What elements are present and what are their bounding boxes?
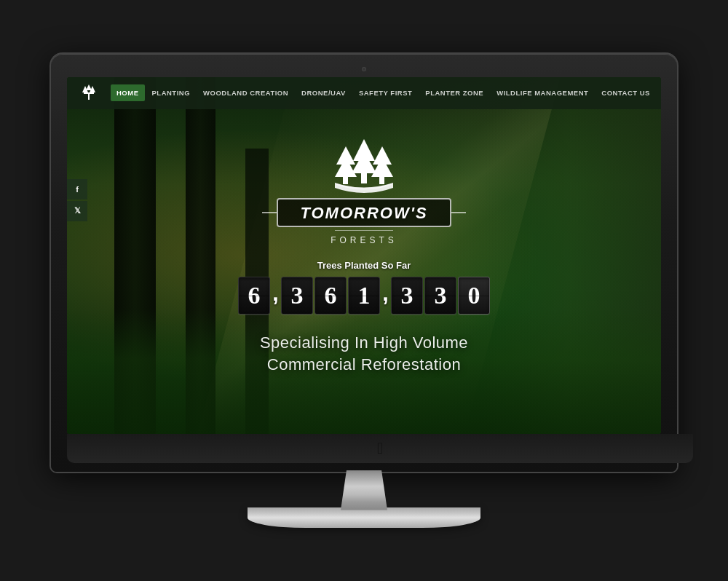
digit-3c: 3	[424, 277, 456, 315]
comma-2: ,	[382, 280, 389, 311]
digit-3b: 3	[391, 277, 423, 315]
monitor-chin: 	[67, 434, 693, 463]
nav-logo[interactable]	[79, 83, 99, 103]
sidebar-facebook-button[interactable]: f	[67, 179, 87, 199]
stand-base	[248, 507, 480, 528]
logo-trees-svg	[320, 135, 408, 194]
tagline: Specialising In High Volume Commercial R…	[260, 332, 468, 377]
nav-item-planting[interactable]: PLANTING	[146, 84, 197, 101]
nav-logo-icon	[79, 83, 99, 103]
comma-1: ,	[272, 280, 279, 311]
screen: HOME PLANTING WOODLAND CREATION DRONE/UA…	[67, 77, 661, 434]
svg-rect-3	[84, 92, 94, 94]
digit-0: 0	[458, 277, 490, 315]
tagline-line1: Specialising In High Volume	[260, 333, 468, 352]
center-content: TOMORROW'S FORESTS Trees Planted So Far …	[218, 135, 510, 377]
logo-trees	[320, 135, 408, 197]
svg-marker-0	[86, 84, 92, 90]
logo-band: TOMORROW'S	[277, 198, 451, 227]
svg-rect-13	[379, 177, 384, 184]
counter-section: Trees Planted So Far 6 , 3 6 1 , 3 3 0	[238, 260, 490, 315]
nav-item-home[interactable]: HOME	[111, 84, 145, 101]
svg-rect-4	[88, 94, 90, 100]
counter-display: 6 , 3 6 1 , 3 3 0	[238, 277, 490, 315]
svg-rect-10	[343, 177, 348, 184]
navbar: HOME PLANTING WOODLAND CREATION DRONE/UA…	[67, 77, 661, 109]
nav-item-safety[interactable]: SAFETY FIRST	[353, 84, 418, 101]
monitor-bezel: HOME PLANTING WOODLAND CREATION DRONE/UA…	[51, 54, 677, 472]
sidebar-twitter-button[interactable]: 𝕏	[67, 201, 87, 221]
nav-item-contact[interactable]: CONTACT US	[596, 84, 656, 101]
apple-logo-icon: 	[377, 439, 383, 458]
nav-item-wildlife[interactable]: WILDLIFE MANAGEMENT	[491, 84, 594, 101]
logo-divider	[335, 230, 393, 231]
social-sidebar: f 𝕏	[67, 179, 87, 221]
digit-3a: 3	[281, 277, 313, 315]
tagline-line2: Commercial Reforestation	[267, 355, 461, 374]
camera-dot	[362, 67, 366, 71]
digit-1: 1	[348, 277, 380, 315]
nav-item-planter[interactable]: PLANTER ZONE	[419, 84, 489, 101]
stand-neck	[306, 470, 422, 510]
logo-tomorrows-text: TOMORROW'S	[300, 204, 427, 223]
svg-rect-7	[361, 173, 367, 183]
monitor-wrapper: HOME PLANTING WOODLAND CREATION DRONE/UA…	[36, 54, 692, 528]
counter-label: Trees Planted So Far	[317, 260, 411, 271]
logo-forests-text: FORESTS	[331, 235, 397, 245]
nav-item-drone[interactable]: DRONE/UAV	[296, 84, 352, 101]
nav-item-woodland[interactable]: WOODLAND CREATION	[197, 84, 294, 101]
svg-marker-6	[352, 151, 376, 173]
nav-items: HOME PLANTING WOODLAND CREATION DRONE/UA…	[111, 84, 656, 101]
digit-6: 6	[238, 277, 270, 315]
digit-6b: 6	[314, 277, 347, 315]
logo-badge: TOMORROW'S FORESTS	[277, 135, 451, 245]
